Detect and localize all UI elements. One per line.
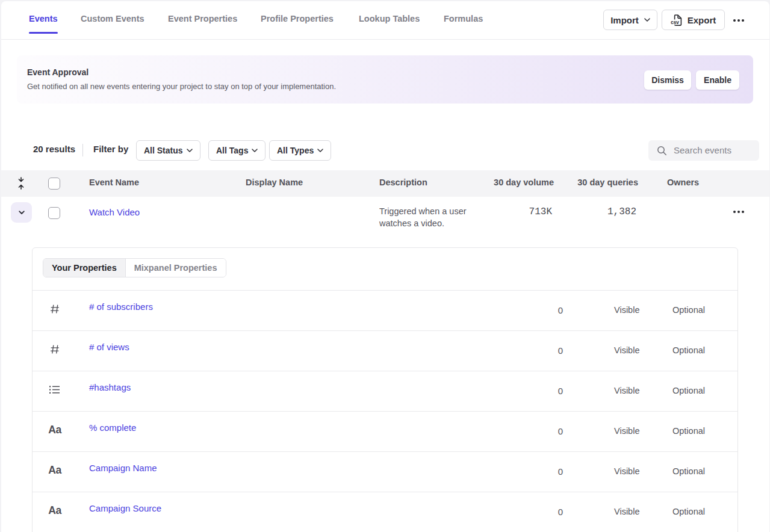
svg-text:csv: csv	[671, 20, 679, 25]
